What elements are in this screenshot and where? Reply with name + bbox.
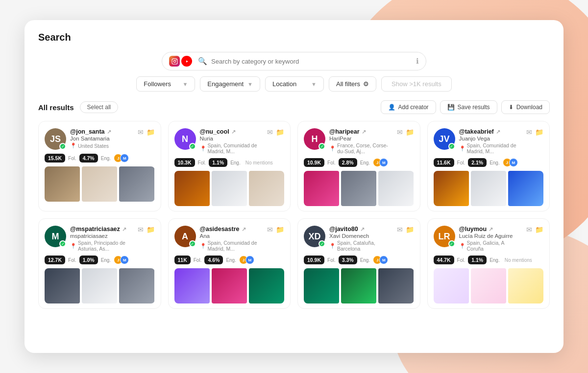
info-icon[interactable]: ℹ [416, 57, 419, 66]
mail-icon[interactable]: ✉ [267, 226, 273, 233]
results-actions: 👤 Add creator 💾 Save results ⬇ Download [381, 100, 550, 114]
external-link-icon[interactable]: ↗ [122, 226, 126, 233]
svg-rect-0 [172, 59, 177, 64]
post-thumbnail [249, 171, 284, 206]
card-location: 📍 Spain, Principado de Asturias, As... [70, 240, 134, 252]
engagement-badge: 3.3% [339, 256, 357, 264]
external-link-icon[interactable]: ↗ [362, 129, 366, 135]
chevron-down-icon: ▼ [311, 81, 317, 87]
card-actions: ✉ 📁 [526, 128, 543, 136]
engagement-label: Eng. [490, 257, 500, 263]
card-info: @javito80 ↗ Xavi Domenech 📍 Spain, Catal… [329, 226, 393, 252]
mention-avatars: JM [239, 256, 254, 264]
post-thumbnail [508, 171, 543, 206]
all-filters-button[interactable]: All filters ⚙ [329, 76, 376, 92]
card-stats: 10.3K Fol. 1.1% Eng. No mentions [174, 158, 285, 167]
folder-icon[interactable]: 📁 [406, 128, 414, 136]
followers-label: Fol. [68, 257, 76, 263]
card-name: Lucía Ruiz de Aguirre [459, 233, 523, 239]
card-username: @asidesastre ↗ [200, 226, 264, 233]
followers-label: Fol. [327, 257, 336, 263]
mail-icon[interactable]: ✉ [526, 226, 532, 233]
external-link-icon[interactable]: ↗ [107, 129, 111, 135]
select-all-button[interactable]: Select all [80, 101, 119, 113]
avatar-wrapper: LR ✓ [434, 226, 455, 247]
external-link-icon[interactable]: ↗ [231, 129, 236, 135]
card-location: 📍 Spain, Cataluña, Barcelona [329, 240, 393, 252]
post-thumbnail [82, 268, 117, 303]
creator-card: XD ✓ @javito80 ↗ Xavi Domenech 📍 Spain, … [297, 218, 420, 309]
followers-label: Fol. [68, 156, 76, 161]
verified-badge: ✓ [318, 240, 325, 247]
creator-card: JV ✓ @takeabrief ↗ Juanjo Vega 📍 Spain, … [427, 121, 550, 211]
post-thumbnail [45, 268, 80, 303]
card-info: @takeabrief ↗ Juanjo Vega 📍 Spain, Comun… [459, 128, 523, 154]
location-icon: 📍 [200, 145, 206, 152]
card-stats: 44.7K Fol. 1.1% Eng. No mentions [434, 256, 544, 264]
folder-icon[interactable]: 📁 [276, 226, 284, 233]
mail-icon[interactable]: ✉ [397, 226, 403, 233]
folder-icon[interactable]: 📁 [406, 226, 414, 233]
card-actions: ✉ 📁 [267, 128, 284, 136]
location-icon: 📍 [70, 243, 76, 249]
card-stats: 10.9K Fol. 3.3% Eng. JM [304, 256, 414, 264]
verified-badge: ✓ [318, 143, 325, 150]
card-stats: 10.9K Fol. 2.8% Eng. JM [304, 158, 414, 167]
post-thumbnail [212, 171, 247, 206]
creator-card: N ✓ @nu_cool ↗ Nuria 📍 Spain, Comunidad … [168, 121, 291, 211]
card-location: 📍 France, Corse, Corse-du-Sud, Aj... [329, 142, 393, 154]
show-results-button[interactable]: Show >1K results [381, 76, 452, 92]
external-link-icon[interactable]: ↗ [360, 226, 365, 233]
engagement-badge: 2.8% [339, 158, 357, 167]
location-filter[interactable]: Location ▼ [265, 76, 324, 92]
main-card: Search 🔍 ℹ Followers ▼ Engagement ▼ [24, 20, 564, 353]
external-link-icon[interactable]: ↗ [489, 226, 493, 233]
mention-avatars: JM [373, 158, 388, 167]
save-results-button[interactable]: 💾 Save results [440, 100, 497, 114]
post-thumbnail [304, 171, 339, 206]
mail-icon[interactable]: ✉ [267, 128, 273, 136]
followers-filter[interactable]: Followers ▼ [136, 76, 195, 92]
folder-icon[interactable]: 📁 [276, 128, 284, 136]
post-thumbnail [434, 268, 469, 303]
youtube-icon[interactable] [181, 56, 192, 67]
post-thumbnail [82, 166, 117, 202]
post-thumbnail [174, 268, 210, 303]
engagement-label: Eng. [360, 160, 370, 165]
card-info: @luymou ↗ Lucía Ruiz de Aguirre 📍 Spain,… [459, 226, 523, 252]
card-info: @asidesastre ↗ Ana 📍 Spain, Comunidad de… [200, 226, 264, 252]
post-thumbnail [304, 268, 339, 303]
search-input[interactable] [211, 58, 412, 65]
creator-card: JS ✓ @jon_santa ↗ Jon Santamaria 📍 Unite… [38, 121, 161, 211]
mail-icon[interactable]: ✉ [138, 226, 144, 233]
folder-icon[interactable]: 📁 [147, 128, 155, 136]
external-link-icon[interactable]: ↗ [242, 226, 246, 233]
card-images [304, 268, 414, 303]
avatar-wrapper: H ✓ [304, 128, 325, 150]
card-images [434, 268, 544, 303]
folder-icon[interactable]: 📁 [535, 128, 543, 136]
engagement-filter[interactable]: Engagement ▼ [200, 76, 260, 92]
mail-icon[interactable]: ✉ [526, 128, 532, 136]
instagram-icon[interactable] [169, 56, 180, 67]
download-button[interactable]: ⬇ Download [501, 100, 550, 114]
card-username: @javito80 ↗ [329, 226, 393, 233]
external-link-icon[interactable]: ↗ [496, 129, 500, 135]
avatar-wrapper: XD ✓ [304, 226, 325, 247]
card-username: @takeabrief ↗ [459, 128, 523, 135]
folder-icon[interactable]: 📁 [147, 226, 155, 233]
card-header: A ✓ @asidesastre ↗ Ana 📍 Spain, Comunida… [174, 226, 285, 252]
folder-icon[interactable]: 📁 [535, 226, 543, 233]
followers-label: Fol. [327, 160, 336, 165]
post-thumbnail [212, 268, 247, 303]
mail-icon[interactable]: ✉ [397, 128, 403, 136]
post-thumbnail [174, 171, 210, 206]
location-icon: 📍 [329, 243, 336, 249]
add-creator-icon: 👤 [388, 104, 395, 111]
card-header: LR ✓ @luymou ↗ Lucía Ruiz de Aguirre 📍 S… [434, 226, 544, 252]
card-stats: 15.5K Fol. 4.7% Eng. JM [45, 154, 155, 163]
add-creator-button[interactable]: 👤 Add creator [381, 100, 436, 114]
card-location: 📍 Spain, Galicia, A Coruña [459, 240, 523, 252]
mail-icon[interactable]: ✉ [138, 128, 144, 136]
followers-badge: 10.9K [304, 256, 324, 264]
